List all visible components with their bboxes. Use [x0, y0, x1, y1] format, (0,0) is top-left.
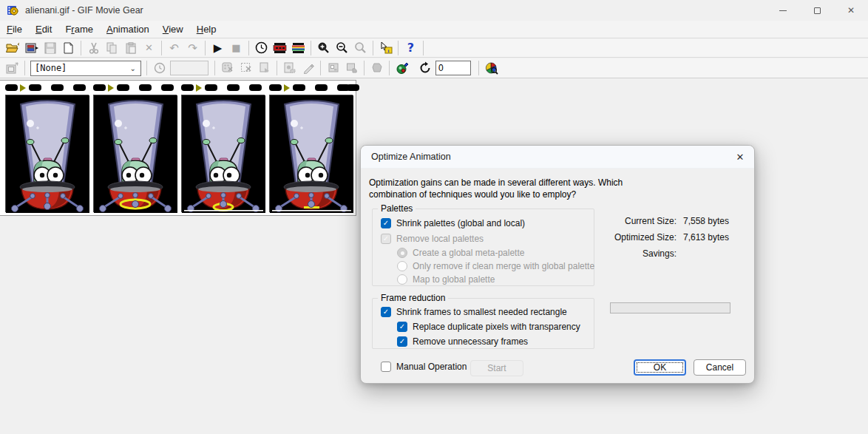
optimized-size-label: Optimized Size:	[599, 232, 677, 243]
sprocket-hole	[205, 84, 217, 91]
edit-frame-icon	[299, 60, 317, 76]
sprocket-hole	[51, 84, 64, 91]
frame-start-marker-icon	[20, 84, 26, 92]
loop-icon[interactable]	[416, 60, 434, 76]
save-icon	[41, 40, 59, 56]
ok-button[interactable]: OK	[634, 359, 686, 376]
sprocket-hole	[249, 84, 262, 91]
zoom-in-icon[interactable]	[314, 40, 333, 56]
clock-icon[interactable]	[252, 40, 271, 56]
animation-properties-icon[interactable]	[289, 40, 308, 56]
redo-icon: ↷	[183, 40, 202, 56]
loop-count-field[interactable]	[435, 61, 471, 75]
remove-frames-label: Remove unnecessary frames	[413, 336, 528, 347]
frame-toolbar: [None] ⌄	[0, 58, 868, 78]
shrink-palettes-checkbox[interactable]: ✓	[381, 218, 391, 228]
optimized-size-value: 7,613 bytes	[677, 232, 729, 243]
insert-frames-icon[interactable]	[22, 40, 41, 56]
map-global-label: Map to global palette	[413, 274, 495, 285]
start-button: Start	[470, 360, 523, 376]
window-title: alienani.gif - GIF Movie Gear	[25, 5, 143, 16]
sprocket-hole	[181, 84, 194, 91]
minimize-button[interactable]	[766, 0, 800, 21]
clean-merge-radio	[397, 261, 407, 271]
menu-edit[interactable]: Edit	[29, 21, 58, 38]
mask-icon	[367, 60, 386, 76]
close-button[interactable]: ✕	[834, 0, 868, 21]
frame-start-marker-icon	[108, 84, 114, 92]
delete-icon: ✕	[140, 40, 158, 56]
savings-value	[677, 248, 729, 259]
chevron-down-icon: ⌄	[130, 64, 140, 72]
paste-icon	[121, 40, 140, 56]
manual-operation-checkbox[interactable]	[381, 362, 391, 372]
open-icon[interactable]	[4, 40, 22, 56]
frame-thumbnail[interactable]	[269, 95, 353, 212]
progress-bar	[610, 302, 730, 313]
frame-select-value: [None]	[31, 63, 130, 73]
svg-text:i: i	[387, 48, 389, 54]
new-icon[interactable]	[59, 40, 78, 56]
replace-pixels-row: ✓ Replace duplicate pixels with transpar…	[397, 322, 580, 332]
transparency-dot-icon	[280, 60, 299, 76]
frame-thumbnail[interactable]	[93, 95, 177, 212]
sprocket-hole	[347, 84, 359, 91]
main-toolbar: ✕ ↶ ↷ ▶ ■ i ?	[0, 38, 868, 58]
cancel-button[interactable]: Cancel	[694, 359, 746, 376]
size-summary: Current Size: 7,558 bytes Optimized Size…	[599, 216, 729, 259]
dialog-intro-text: Optimization gains can be made in severa…	[369, 177, 623, 200]
map-global-row: Map to global palette	[397, 274, 495, 285]
frame-thumbnail[interactable]	[5, 95, 89, 212]
frame-start-marker-icon	[196, 84, 202, 92]
frame-start-marker-icon	[284, 84, 290, 92]
shrink-frames-checkbox[interactable]: ✓	[381, 307, 391, 317]
sprocket-hole	[29, 84, 41, 91]
frame-select-combo[interactable]: [None] ⌄	[30, 61, 141, 76]
current-size-label: Current Size:	[599, 216, 677, 226]
stop-icon: ■	[227, 40, 245, 56]
sprocket-hole	[73, 84, 86, 91]
replace-pixels-checkbox[interactable]: ✓	[397, 322, 407, 332]
sprocket-hole	[139, 84, 152, 91]
sprocket-hole	[315, 84, 328, 91]
remove-local-row: ✓ Remove local palettes	[381, 234, 484, 244]
dialog-close-icon[interactable]: ✕	[730, 149, 750, 166]
frame-thumbnail[interactable]	[181, 95, 265, 212]
meta-palette-row: Create a global meta-palette	[397, 248, 524, 258]
menu-file[interactable]: File	[0, 21, 29, 38]
remove-local-checkbox: ✓	[381, 234, 391, 244]
menu-view[interactable]: View	[156, 21, 190, 38]
view-region-icon	[342, 60, 361, 76]
frame-properties-icon[interactable]	[271, 40, 289, 56]
zoom-out-icon[interactable]	[333, 40, 351, 56]
set-transparency-icon[interactable]	[393, 60, 411, 76]
sprocket-hole	[93, 84, 106, 91]
local-palette-icon	[218, 60, 237, 76]
sprocket-hole	[5, 84, 18, 91]
sprocket-hole	[269, 84, 282, 91]
sprocket-hole	[293, 84, 305, 91]
frame-reduction-group-label: Frame reduction	[378, 293, 448, 303]
sprocket-hole	[227, 84, 240, 91]
shrink-palettes-row: ✓ Shrink palettes (global and local)	[381, 218, 525, 228]
maximize-button[interactable]	[800, 0, 834, 21]
filmstrip[interactable]	[0, 80, 356, 216]
clean-merge-row: Only remove if clean merge with global p…	[397, 261, 594, 271]
help-icon[interactable]: ?	[401, 40, 420, 56]
dialog-titlebar: Optimize Animation ✕	[361, 146, 754, 169]
menu-frame[interactable]: Frame	[58, 21, 100, 38]
remove-local-label: Remove local palettes	[396, 234, 484, 244]
cut-icon	[84, 40, 103, 56]
menu-animation[interactable]: Animation	[100, 21, 156, 38]
palette-viewer-icon[interactable]	[482, 60, 501, 76]
manual-operation-row: Manual Operation	[381, 362, 467, 372]
menu-help[interactable]: Help	[190, 21, 223, 38]
pick-info-icon[interactable]: i	[376, 40, 395, 56]
play-icon[interactable]: ▶	[208, 40, 227, 56]
remove-frames-checkbox[interactable]: ✓	[397, 336, 407, 347]
shrink-frames-label: Shrink frames to smallest needed rectang…	[396, 307, 567, 317]
filmstrip-sprockets	[0, 83, 356, 93]
meta-palette-label: Create a global meta-palette	[413, 248, 524, 258]
replace-pixels-label: Replace duplicate pixels with transparen…	[413, 322, 580, 332]
titlebar: alienani.gif - GIF Movie Gear ✕	[0, 0, 868, 21]
